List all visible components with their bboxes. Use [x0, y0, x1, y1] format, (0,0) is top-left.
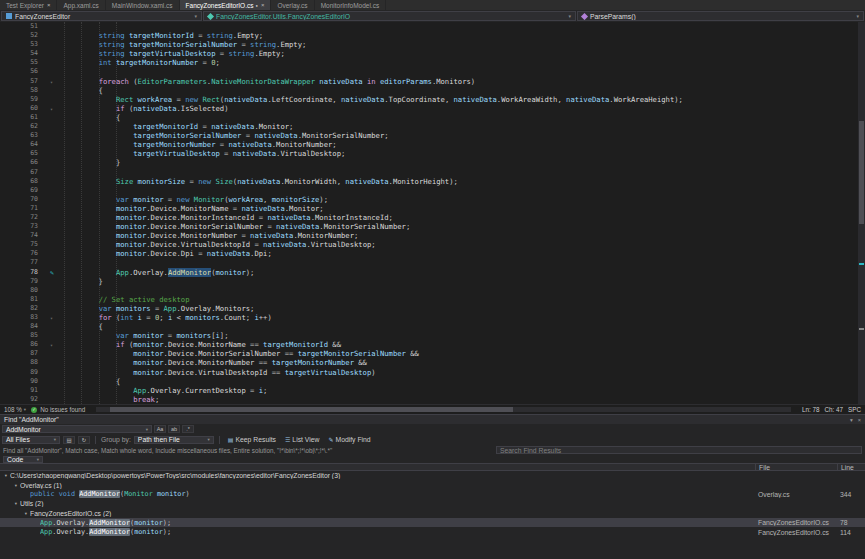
code-line-53[interactable]: 53 string targetMonitorSerialNumber = st…	[0, 40, 865, 49]
find-result-group[interactable]: ▾Overlay.cs (1)	[0, 480, 865, 489]
code-line-84[interactable]: 84 {	[0, 322, 865, 331]
code-line-59[interactable]: 59 Rect workArea = new Rect(nativeData.L…	[0, 95, 865, 104]
line-number[interactable]: 84	[0, 322, 50, 331]
editor-margin[interactable]	[50, 49, 64, 58]
expanded-chevron-icon[interactable]: ▾	[12, 501, 20, 506]
editor-margin[interactable]	[50, 304, 64, 313]
close-icon[interactable]: ×	[261, 2, 265, 8]
document-health-indicator[interactable]: ✓ No issues found	[31, 406, 85, 413]
code-line-69[interactable]: 69	[0, 186, 865, 195]
code-line-60[interactable]: 60▾ if (nativeData.IsSelected)	[0, 104, 865, 113]
editor-margin[interactable]	[50, 240, 64, 249]
expanded-chevron-icon[interactable]: ▾	[22, 511, 30, 516]
editor-margin[interactable]: ✎	[50, 268, 64, 277]
find-result-row[interactable]: public void AddMonitor(Monitor monitor)O…	[0, 490, 865, 499]
code-line-87[interactable]: 87 monitor.Device.MonitorSerialNumber ==…	[0, 349, 865, 358]
line-number[interactable]: 81	[0, 295, 50, 304]
code-line-89[interactable]: 89 monitor.Device.VirtualDesktopId == ta…	[0, 368, 865, 377]
line-number[interactable]: 73	[0, 222, 50, 231]
chevron-down-icon[interactable]: ▾	[850, 417, 853, 423]
editor-margin[interactable]: ▾	[50, 104, 64, 113]
tab-overlay-cs[interactable]: Overlay.cs	[271, 0, 314, 10]
code-line-81[interactable]: 81 // Set active desktop	[0, 295, 865, 304]
tab-test-explorer[interactable]: Test Explorer×	[0, 0, 57, 10]
tab-mainwindow-xaml-cs[interactable]: MainWindow.xaml.cs	[106, 0, 180, 10]
editor-margin[interactable]	[50, 168, 64, 177]
line-number[interactable]: 68	[0, 177, 50, 186]
editor-margin[interactable]: ▾	[50, 340, 64, 349]
code-line-91[interactable]: 91 App.Overlay.CurrentDesktop = i;	[0, 386, 865, 395]
line-number[interactable]: 58	[0, 86, 50, 95]
code-line-78[interactable]: 78✎ App.Overlay.AddMonitor(monitor);	[0, 268, 865, 277]
find-query-input[interactable]: AddMonitor ▾	[2, 425, 152, 433]
line-number[interactable]: 91	[0, 386, 50, 395]
editor-margin[interactable]	[50, 295, 64, 304]
group-by-dropdown[interactable]: Path then File ▾	[134, 436, 214, 444]
line-number[interactable]: 72	[0, 213, 50, 222]
code-line-90[interactable]: 90 {	[0, 377, 865, 386]
editor-margin[interactable]	[50, 386, 64, 395]
modify-find-button[interactable]: ✎ Modify Find	[325, 435, 373, 444]
search-find-results-input[interactable]: Search Find Results	[496, 446, 862, 454]
editor-margin[interactable]	[50, 31, 64, 40]
file-scope-dropdown[interactable]: All Files ▾	[2, 436, 60, 444]
editor-margin[interactable]	[50, 58, 64, 67]
code-line-55[interactable]: 55 int targetMonitorNumber = 0;	[0, 58, 865, 67]
code-line-52[interactable]: 52 string targetMonitorId = string.Empty…	[0, 31, 865, 40]
editor-margin[interactable]	[50, 186, 64, 195]
match-case-button[interactable]: Aa	[154, 425, 166, 433]
editor-margin[interactable]	[50, 22, 64, 31]
code-line-75[interactable]: 75 monitor.Device.VirtualDesktopId = nat…	[0, 240, 865, 249]
code-line-63[interactable]: 63 targetMonitorSerialNumber = nativeDat…	[0, 131, 865, 140]
editor-margin[interactable]	[50, 122, 64, 131]
editor-margin[interactable]	[50, 377, 64, 386]
code-line-58[interactable]: 58 {	[0, 86, 865, 95]
editor-margin[interactable]	[50, 349, 64, 358]
line-number[interactable]: 71	[0, 204, 50, 213]
column-header-file[interactable]: File	[755, 464, 837, 471]
editor-margin[interactable]	[50, 322, 64, 331]
code-line-80[interactable]: 80	[0, 286, 865, 295]
find-result-group[interactable]: ▾Utils (2)	[0, 499, 865, 508]
editor-margin[interactable]	[50, 258, 64, 267]
editor-margin[interactable]	[50, 331, 64, 340]
code-line-76[interactable]: 76 monitor.Device.Dpi = nativeData.Dpi;	[0, 249, 865, 258]
keep-results-button[interactable]: ▤ Keep Results	[225, 435, 279, 444]
editor-margin[interactable]	[50, 95, 64, 104]
tab-monitorinfomodel-cs[interactable]: MonitorInfoModel.cs	[315, 0, 387, 10]
code-line-70[interactable]: 70 var monitor = new Monitor(workArea, m…	[0, 195, 865, 204]
line-number[interactable]: 66	[0, 158, 50, 167]
editor-margin[interactable]	[50, 177, 64, 186]
fold-chevron-icon[interactable]: ▾	[50, 315, 53, 321]
editor-margin[interactable]: ▾	[50, 313, 64, 322]
code-line-79[interactable]: 79 }	[0, 277, 865, 286]
list-view-button[interactable]: ☰ List View	[282, 435, 322, 444]
line-number[interactable]: 86	[0, 340, 50, 349]
editor-margin[interactable]	[50, 158, 64, 167]
code-line-64[interactable]: 64 targetMonitorNumber = nativeData.Moni…	[0, 140, 865, 149]
editor-margin[interactable]	[50, 222, 64, 231]
line-number[interactable]: 69	[0, 186, 50, 195]
scrollbar-thumb[interactable]	[110, 407, 513, 412]
find-result-group[interactable]: ▾FancyZonesEditorIO.cs (2)	[0, 509, 865, 518]
editor-margin[interactable]	[50, 358, 64, 367]
expanded-chevron-icon[interactable]: ▾	[12, 483, 20, 488]
find-result-group[interactable]: ▾C:\Users\zhaopengwang\Desktop\powertoys…	[0, 471, 865, 480]
code-line-85[interactable]: 85 var monitor = monitors[i];	[0, 331, 865, 340]
code-line-68[interactable]: 68 Size monitorSize = new Size(nativeDat…	[0, 177, 865, 186]
editor-vertical-scrollbar[interactable]	[858, 22, 865, 404]
line-number[interactable]: 54	[0, 49, 50, 58]
line-number[interactable]: 56	[0, 67, 50, 76]
line-number[interactable]: 78	[0, 268, 50, 277]
editor-horizontal-scrollbar[interactable]	[96, 407, 791, 412]
tab-app-xaml-cs[interactable]: App.xaml.cs	[57, 0, 105, 10]
line-number[interactable]: 83	[0, 313, 50, 322]
code-line-71[interactable]: 71 monitor.Device.MonitorName = nativeDa…	[0, 204, 865, 213]
code-line-62[interactable]: 62 targetMonitorId = nativeData.Monitor;	[0, 122, 865, 131]
tab-fancyzoneseditorio-cs[interactable]: FancyZonesEditorIO.cs●×	[180, 0, 272, 10]
zoom-control[interactable]: 108 % ▾	[4, 406, 26, 413]
space-mode-indicator[interactable]: SPC	[848, 406, 861, 413]
line-number[interactable]: 61	[0, 113, 50, 122]
close-icon[interactable]: ×	[858, 417, 861, 423]
line-number[interactable]: 53	[0, 40, 50, 49]
